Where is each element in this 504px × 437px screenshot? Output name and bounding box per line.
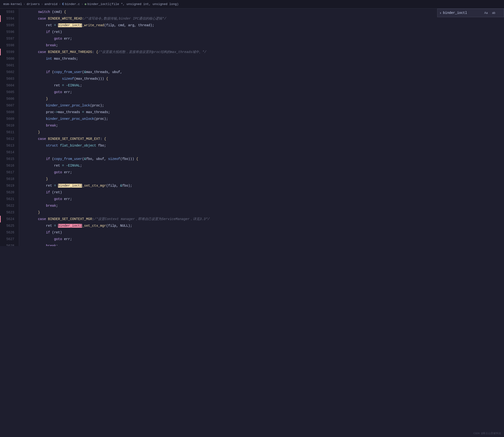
line-num: 5621: [2, 196, 18, 202]
line-row: 5619: [0, 182, 19, 189]
search-prev-button[interactable]: ›: [440, 11, 441, 15]
gutter: [0, 142, 2, 149]
gutter: [0, 9, 2, 15]
breadcrumb-file[interactable]: binder.c: [65, 2, 80, 6]
gutter: [0, 82, 2, 89]
gutter: [0, 129, 2, 136]
code-line-5614: [22, 149, 504, 156]
line-row: 5596: [0, 29, 19, 35]
line-row: 5614: [0, 149, 19, 156]
gutter: [0, 222, 2, 229]
line-row: 5625: [0, 222, 19, 229]
gutter: [0, 162, 2, 169]
line-num: 5607: [2, 102, 18, 109]
line-num: 5601: [2, 62, 18, 69]
gutter: [0, 229, 2, 236]
line-row: 5598: [0, 42, 19, 49]
line-row: 5611: [0, 129, 19, 136]
code-line-5619: ret = binder_ioctl_set_ctx_mgr(filp, &fb…: [22, 182, 504, 189]
line-row: 5607: [0, 102, 19, 109]
gutter: [0, 55, 2, 62]
line-row: 5600: [0, 55, 19, 62]
line-num: 5622: [2, 202, 18, 209]
line-num: 5617: [2, 169, 18, 176]
code-line-5604: ret = -EINVAL;: [22, 82, 504, 89]
line-num: 5612: [2, 136, 18, 142]
line-num: 5595: [2, 22, 18, 29]
code-line-5612: case BINDER_SET_CONTEXT_MGR_EXT: {: [22, 136, 504, 142]
gutter: [0, 182, 2, 189]
breadcrumb-func[interactable]: binder_ioctl(file *, unsigned int, unsig…: [87, 2, 179, 6]
gutter: [0, 236, 2, 242]
line-num: 5616: [2, 162, 18, 169]
gutter: [0, 176, 2, 182]
code-line-5620: if (ret): [22, 189, 504, 196]
code-line-5601: [22, 62, 504, 69]
breadcrumb-msm[interactable]: msm-kernel: [3, 2, 22, 6]
gutter: [0, 242, 2, 246]
gutter: [0, 35, 2, 42]
code-area: 5593 5594 5595 5596 5597 5598 5599 5600 …: [0, 9, 504, 246]
breadcrumb-icon-func: ⊕: [85, 2, 87, 6]
code-line-5611: }: [22, 129, 504, 136]
line-num: 5611: [2, 129, 18, 136]
gutter: [0, 102, 2, 109]
line-row: 5605: [0, 89, 19, 95]
line-row: 5601: [0, 62, 19, 69]
line-row: 5620: [0, 189, 19, 196]
line-row: 5613: [0, 142, 19, 149]
code-line-5623: }: [22, 209, 504, 216]
line-num: 5599: [2, 49, 18, 55]
line-row: 5610: [0, 122, 19, 129]
gutter: [0, 116, 2, 122]
line-num: 5596: [2, 29, 18, 35]
search-case-button[interactable]: Aa: [483, 11, 489, 15]
line-num: 5625: [2, 222, 18, 229]
line-row: 5609: [0, 116, 19, 122]
search-input[interactable]: [443, 11, 481, 15]
line-num: 5604: [2, 82, 18, 89]
line-num: 5609: [2, 116, 18, 122]
line-num: 5608: [2, 109, 18, 116]
line-num: 5624: [2, 216, 18, 222]
gutter: [0, 22, 2, 29]
code-line-5613: struct flat_binder_object fbo;: [22, 142, 504, 149]
gutter: [0, 122, 2, 129]
line-num: 5593: [2, 9, 18, 15]
line-num: 5628: [2, 242, 18, 246]
code-line-5597: goto err;: [22, 35, 504, 42]
c-language-icon: C: [62, 2, 64, 6]
breadcrumb-drivers[interactable]: drivers: [27, 2, 40, 6]
code-line-5593: switch (cmd) {: [22, 9, 504, 15]
code-line-5628: break;: [22, 242, 504, 246]
gutter: [0, 75, 2, 82]
line-row: 5616: [0, 162, 19, 169]
code-line-5608: proc->max_threads = max_threads;: [22, 109, 504, 116]
code-line-5606: }: [22, 95, 504, 102]
code-line-5594: case BINDER_WRITE_READ:/*读写命令,数据传输,binde…: [22, 15, 504, 22]
gutter: [0, 62, 2, 69]
code-line-5599: case BINDER_SET_MAX_THREADS: {/*设置最大线程数，…: [22, 49, 504, 55]
line-num: 5598: [2, 42, 18, 49]
line-row: 5608: [0, 109, 19, 116]
line-num: 5623: [2, 209, 18, 216]
search-word-button[interactable]: ab: [491, 11, 496, 15]
line-num: 5610: [2, 122, 18, 129]
sep2: ›: [41, 2, 43, 6]
gutter: [0, 95, 2, 102]
line-row: 5615: [0, 156, 19, 162]
code-line-5622: break;: [22, 202, 504, 209]
breadcrumb: msm-kernel › drivers › android › C binde…: [0, 0, 504, 9]
code-line-5602: if (copy_from_user(&max_threads, ubuf,: [22, 69, 504, 75]
line-num: 5615: [2, 156, 18, 162]
breadcrumb-android[interactable]: android: [44, 2, 58, 6]
code-line-5607: binder_inner_proc_lock(proc);: [22, 102, 504, 109]
line-num: 5594: [2, 15, 18, 22]
gutter: [0, 109, 2, 116]
line-row: 5624: [0, 216, 19, 222]
sep1: ›: [23, 2, 25, 6]
code-line-5605: goto err;: [22, 89, 504, 95]
gutter: [0, 189, 2, 196]
line-row: 5594: [0, 15, 19, 22]
gutter: [0, 15, 2, 22]
